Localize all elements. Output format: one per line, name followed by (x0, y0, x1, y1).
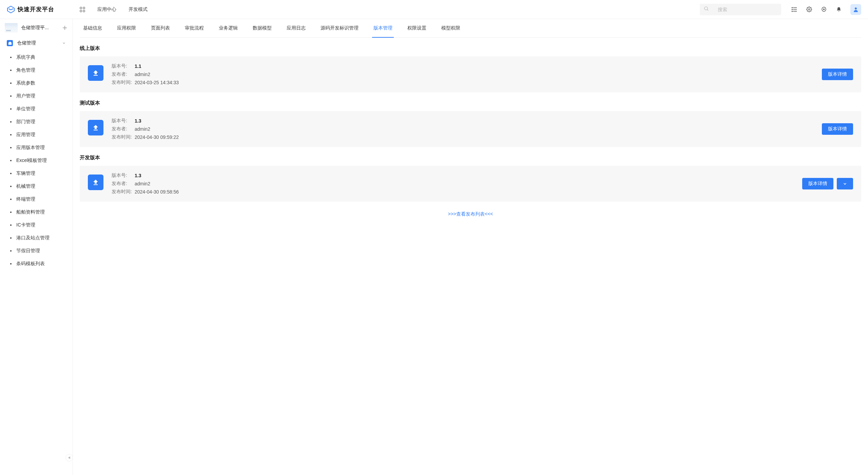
top-icons (791, 4, 861, 15)
svg-point-17 (855, 7, 857, 10)
sidebar-item[interactable]: 船舶资料管理 (0, 206, 73, 219)
svg-rect-10 (794, 9, 795, 10)
app-name: 仓储管理平... (21, 25, 58, 31)
section-app-icon (7, 40, 13, 46)
label-publish-time: 发布时间: (112, 189, 135, 195)
svg-rect-0 (80, 7, 82, 9)
version-actions: 版本详情 (802, 178, 853, 189)
sidebar-item[interactable]: 条码模板列表 (0, 257, 73, 270)
version-card-dev: 版本号: 1.3 发布者: admin2 发布时间: 2024-04-30 09… (80, 166, 861, 202)
section-title-dev: 开发版本 (80, 154, 861, 161)
tab-source-dev-flag[interactable]: 源码开发标识管理 (319, 19, 360, 37)
sidebar-item[interactable]: 用户管理 (0, 90, 73, 103)
settings-badge-icon[interactable] (821, 6, 827, 13)
grid-menu-icon[interactable] (791, 6, 797, 13)
search-box[interactable] (700, 4, 781, 15)
sidebar-menu: 系统字典 角色管理 系统参数 用户管理 单位管理 部门管理 应用管理 应用版本管… (0, 50, 73, 475)
sidebar-section-toggle[interactable]: 仓储管理 (0, 37, 73, 50)
search-input[interactable] (718, 7, 777, 12)
nav-app-center[interactable]: 应用中心 (97, 6, 116, 13)
version-card-test: 版本号: 1.3 发布者: admin2 发布时间: 2024-04-30 09… (80, 111, 861, 147)
nav-apps-icon-button[interactable] (80, 7, 85, 12)
version-dropdown-button[interactable] (837, 178, 853, 189)
sidebar-item[interactable]: 单位管理 (0, 103, 73, 115)
bell-icon[interactable] (835, 6, 842, 13)
svg-rect-8 (795, 7, 796, 8)
value-publisher: admin2 (135, 126, 150, 132)
tab-model-permission[interactable]: 模型权限 (440, 19, 462, 37)
svg-rect-11 (795, 9, 796, 10)
sidebar-item[interactable]: 应用管理 (0, 128, 73, 141)
sidebar-item[interactable]: 节假日管理 (0, 244, 73, 257)
value-publish-time: 2024-04-30 09:58:56 (135, 189, 179, 195)
label-publisher: 发布者: (112, 71, 135, 77)
version-info: 版本号: 1.1 发布者: admin2 发布时间: 2024-03-25 14… (112, 63, 814, 86)
gear-icon[interactable] (806, 6, 812, 13)
svg-rect-20 (8, 42, 11, 44)
version-info: 版本号: 1.3 发布者: admin2 发布时间: 2024-04-30 09… (112, 118, 814, 140)
tab-data-model[interactable]: 数据模型 (251, 19, 273, 37)
tab-version-management[interactable]: 版本管理 (372, 19, 394, 37)
tab-basic-info[interactable]: 基础信息 (82, 19, 103, 37)
sidebar-item[interactable]: 机械管理 (0, 180, 73, 193)
sidebar-collapse-button[interactable] (65, 454, 73, 461)
user-avatar[interactable] (850, 4, 861, 15)
tab-permission-settings[interactable]: 权限设置 (406, 19, 428, 37)
svg-rect-12 (792, 11, 793, 12)
apps-grid-icon (80, 7, 85, 12)
sidebar-item[interactable]: 系统参数 (0, 77, 73, 90)
version-detail-button[interactable]: 版本详情 (802, 178, 833, 189)
logo[interactable]: 快速开发平台 (7, 5, 73, 14)
sidebar-item[interactable]: 系统字典 (0, 51, 73, 64)
version-info: 版本号: 1.3 发布者: admin2 发布时间: 2024-04-30 09… (112, 172, 794, 195)
label-version-number: 版本号: (112, 172, 135, 179)
main-content: 基础信息 应用权限 页面列表 审批流程 业务逻辑 数据模型 应用日志 源码开发标… (73, 19, 868, 475)
label-publish-time: 发布时间: (112, 134, 135, 140)
svg-rect-1 (83, 7, 85, 9)
sidebar-item[interactable]: 角色管理 (0, 64, 73, 77)
value-publisher: admin2 (135, 72, 150, 77)
tab-page-list[interactable]: 页面列表 (150, 19, 171, 37)
svg-point-15 (808, 8, 810, 10)
logo-text: 快速开发平台 (18, 5, 54, 13)
content-tabs: 基础信息 应用权限 页面列表 审批流程 业务逻辑 数据模型 应用日志 源码开发标… (80, 19, 861, 38)
svg-rect-14 (795, 11, 796, 12)
svg-rect-9 (792, 9, 793, 10)
label-publisher: 发布者: (112, 181, 135, 187)
sidebar-header: 仓储管理平... (0, 19, 73, 37)
version-actions: 版本详情 (822, 69, 853, 80)
sidebar-item[interactable]: 终端管理 (0, 193, 73, 206)
version-detail-button[interactable]: 版本详情 (822, 69, 853, 80)
svg-line-5 (707, 10, 708, 11)
sidebar: 仓储管理平... 仓储管理 系统字典 角色管理 系统参数 用户管理 单位管理 部… (0, 19, 73, 475)
sidebar-item[interactable]: 港口及站点管理 (0, 232, 73, 244)
version-detail-button[interactable]: 版本详情 (822, 123, 853, 135)
svg-point-4 (705, 7, 708, 10)
label-version-number: 版本号: (112, 118, 135, 124)
tab-app-log[interactable]: 应用日志 (285, 19, 307, 37)
logo-icon (7, 5, 15, 14)
label-publish-time: 发布时间: (112, 79, 135, 86)
upload-icon (88, 65, 103, 81)
svg-rect-6 (792, 7, 793, 8)
tab-business-logic[interactable]: 业务逻辑 (217, 19, 239, 37)
add-app-button[interactable] (62, 25, 68, 31)
sidebar-item[interactable]: 车辆管理 (0, 167, 73, 180)
sidebar-item[interactable]: 部门管理 (0, 115, 73, 128)
tab-app-permission[interactable]: 应用权限 (116, 19, 137, 37)
tab-approval-flow[interactable]: 审批流程 (184, 19, 205, 37)
section-title-online: 线上版本 (80, 45, 861, 52)
svg-rect-22 (94, 75, 98, 76)
sidebar-item[interactable]: 应用版本管理 (0, 141, 73, 154)
version-actions: 版本详情 (822, 123, 853, 135)
top-header: 快速开发平台 应用中心 开发模式 (0, 0, 868, 19)
section-title-test: 测试版本 (80, 100, 861, 106)
chevron-down-icon (62, 40, 66, 46)
sidebar-item[interactable]: IC卡管理 (0, 219, 73, 232)
view-publish-list-link[interactable]: >>>查看发布列表<<< (80, 211, 861, 217)
value-publisher: admin2 (135, 181, 150, 186)
sidebar-item[interactable]: Excel模板管理 (0, 154, 73, 167)
label-publisher: 发布者: (112, 126, 135, 132)
nav-dev-mode[interactable]: 开发模式 (129, 6, 148, 13)
label-version-number: 版本号: (112, 63, 135, 69)
